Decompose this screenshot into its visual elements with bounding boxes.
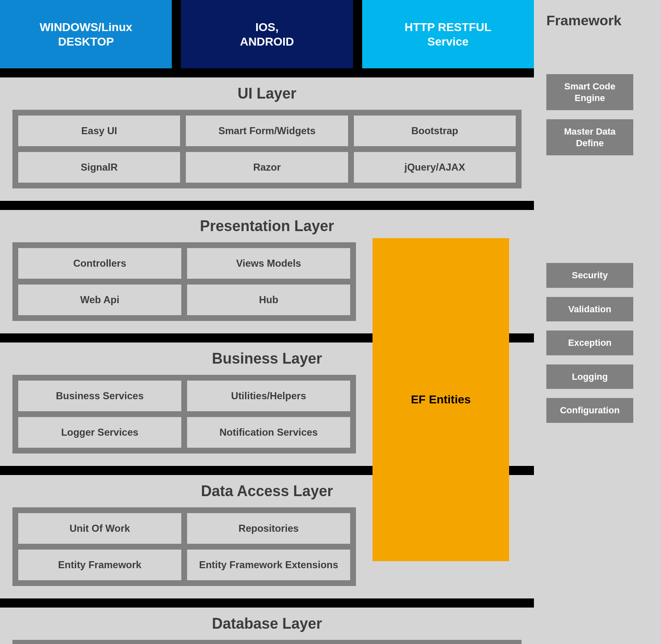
pres-cell-webapi: Web Api bbox=[18, 285, 181, 315]
fw-box-master-data: Master Data Define bbox=[546, 119, 633, 155]
fw-box-logging: Logging bbox=[546, 364, 633, 389]
platform-mobile: IOS, ANDROID bbox=[181, 0, 353, 68]
ui-cell-smartform: Smart Form/Widgets bbox=[186, 116, 348, 146]
ef-entities-block: EF Entities bbox=[373, 238, 509, 561]
ui-cell-razor: Razor bbox=[186, 152, 348, 183]
da-cell-ef-ext: Entity Framework Extensions bbox=[187, 550, 350, 580]
platform-http: HTTP RESTFUL Service bbox=[362, 0, 534, 68]
ui-layer-title: UI Layer bbox=[12, 85, 522, 102]
presentation-layer-grid: Controllers Views Models Web Api Hub bbox=[12, 242, 356, 321]
biz-cell-utilities: Utilities/Helpers bbox=[187, 381, 350, 411]
framework-sidebar: Framework Smart Code Engine Master Data … bbox=[546, 4, 654, 423]
database-layer-grid: MS SQL Oracle My SQL bbox=[12, 640, 522, 644]
pres-cell-controllers: Controllers bbox=[18, 248, 181, 279]
fw-box-validation: Validation bbox=[546, 297, 633, 322]
biz-cell-notification: Notification Services bbox=[187, 417, 350, 448]
fw-box-exception: Exception bbox=[546, 330, 633, 355]
da-cell-uow: Unit Of Work bbox=[18, 513, 181, 544]
ui-cell-bootstrap: Bootstrap bbox=[354, 116, 516, 146]
pres-cell-viewmodels: Views Models bbox=[187, 248, 350, 279]
framework-group-bottom: Security Validation Exception Logging Co… bbox=[546, 263, 654, 423]
platform-row: WINDOWS/Linux DESKTOP IOS, ANDROID HTTP … bbox=[0, 0, 534, 68]
data-access-layer-grid: Unit Of Work Repositories Entity Framewo… bbox=[12, 507, 356, 586]
ui-cell-signalr: SignalR bbox=[18, 152, 180, 183]
ui-layer-grid: Easy UI Smart Form/Widgets Bootstrap Sig… bbox=[12, 110, 522, 188]
database-layer-title: Database Layer bbox=[12, 615, 522, 632]
fw-box-smart-code: Smart Code Engine bbox=[546, 74, 633, 110]
presentation-layer-title: Presentation Layer bbox=[12, 217, 522, 235]
platform-desktop: WINDOWS/Linux DESKTOP bbox=[0, 0, 172, 68]
da-cell-ef: Entity Framework bbox=[18, 550, 181, 580]
ui-cell-jquery: jQuery/AJAX bbox=[354, 152, 516, 183]
biz-cell-logger: Logger Services bbox=[18, 417, 181, 448]
database-layer: Database Layer MS SQL Oracle My SQL bbox=[0, 608, 534, 644]
da-cell-repos: Repositories bbox=[187, 513, 350, 544]
fw-box-security: Security bbox=[546, 263, 633, 288]
fw-box-configuration: Configuration bbox=[546, 398, 633, 423]
business-layer-grid: Business Services Utilities/Helpers Logg… bbox=[12, 375, 356, 453]
framework-group-top: Smart Code Engine Master Data Define bbox=[546, 74, 654, 155]
ui-layer: UI Layer Easy UI Smart Form/Widgets Boot… bbox=[0, 77, 534, 201]
biz-cell-services: Business Services bbox=[18, 381, 181, 411]
ui-cell-easyui: Easy UI bbox=[18, 116, 180, 146]
framework-title: Framework bbox=[546, 12, 654, 29]
pres-cell-hub: Hub bbox=[187, 285, 350, 315]
